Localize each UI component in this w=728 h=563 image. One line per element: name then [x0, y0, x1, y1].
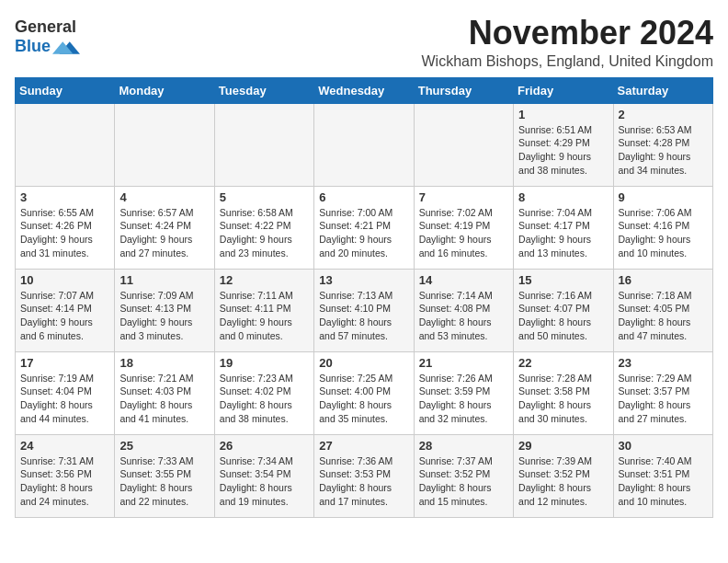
header-day-sunday: Sunday: [16, 77, 115, 103]
calendar-cell: 6Sunrise: 7:00 AM Sunset: 4:21 PM Daylig…: [314, 186, 414, 269]
day-info: Sunrise: 7:02 AM Sunset: 4:19 PM Dayligh…: [419, 206, 508, 260]
day-number: 3: [20, 190, 109, 204]
calendar-cell: 19Sunrise: 7:23 AM Sunset: 4:02 PM Dayli…: [214, 351, 313, 434]
day-number: 24: [20, 439, 109, 453]
day-info: Sunrise: 6:57 AM Sunset: 4:24 PM Dayligh…: [119, 206, 209, 260]
calendar-cell: 8Sunrise: 7:04 AM Sunset: 4:17 PM Daylig…: [514, 186, 613, 269]
calendar-cell: 7Sunrise: 7:02 AM Sunset: 4:19 PM Daylig…: [414, 186, 513, 269]
calendar-cell: 24Sunrise: 7:31 AM Sunset: 3:56 PM Dayli…: [16, 434, 115, 517]
calendar-cell: 1Sunrise: 6:51 AM Sunset: 4:29 PM Daylig…: [514, 103, 613, 186]
day-info: Sunrise: 7:34 AM Sunset: 3:54 PM Dayligh…: [220, 454, 309, 509]
week-row-3: 17Sunrise: 7:19 AM Sunset: 4:04 PM Dayli…: [16, 351, 713, 434]
week-row-2: 10Sunrise: 7:07 AM Sunset: 4:14 PM Dayli…: [16, 269, 713, 351]
day-number: 7: [419, 190, 508, 204]
day-number: 17: [20, 356, 109, 370]
day-info: Sunrise: 7:13 AM Sunset: 4:10 PM Dayligh…: [319, 289, 408, 343]
day-info: Sunrise: 7:40 AM Sunset: 3:51 PM Dayligh…: [619, 454, 708, 509]
week-row-1: 3Sunrise: 6:55 AM Sunset: 4:26 PM Daylig…: [16, 186, 713, 269]
day-number: 25: [119, 439, 209, 453]
day-info: Sunrise: 7:14 AM Sunset: 4:08 PM Dayligh…: [419, 289, 508, 343]
header-day-thursday: Thursday: [414, 77, 513, 103]
day-number: 14: [419, 273, 508, 287]
day-info: Sunrise: 7:00 AM Sunset: 4:21 PM Dayligh…: [319, 206, 408, 260]
day-info: Sunrise: 7:33 AM Sunset: 3:55 PM Dayligh…: [119, 454, 209, 509]
day-number: 2: [619, 108, 708, 121]
calendar-body: 1Sunrise: 6:51 AM Sunset: 4:29 PM Daylig…: [16, 103, 713, 517]
calendar-cell: 27Sunrise: 7:36 AM Sunset: 3:53 PM Dayli…: [314, 434, 414, 517]
day-number: 28: [419, 439, 508, 453]
day-number: 27: [319, 439, 408, 453]
calendar-header: SundayMondayTuesdayWednesdayThursdayFrid…: [16, 77, 713, 103]
calendar-cell: 10Sunrise: 7:07 AM Sunset: 4:14 PM Dayli…: [16, 269, 115, 351]
day-number: 30: [619, 439, 708, 453]
day-number: 12: [220, 273, 309, 287]
calendar-cell: 17Sunrise: 7:19 AM Sunset: 4:04 PM Dayli…: [16, 351, 115, 434]
header-day-friday: Friday: [514, 77, 613, 103]
day-info: Sunrise: 7:18 AM Sunset: 4:05 PM Dayligh…: [619, 289, 708, 343]
calendar-cell: 15Sunrise: 7:16 AM Sunset: 4:07 PM Dayli…: [514, 269, 613, 351]
day-info: Sunrise: 6:55 AM Sunset: 4:26 PM Dayligh…: [20, 206, 109, 260]
day-info: Sunrise: 7:39 AM Sunset: 3:52 PM Dayligh…: [518, 454, 608, 509]
calendar-cell: 30Sunrise: 7:40 AM Sunset: 3:51 PM Dayli…: [613, 434, 712, 517]
logo-icon: [52, 39, 80, 57]
day-number: 15: [518, 273, 608, 287]
calendar-cell: 21Sunrise: 7:26 AM Sunset: 3:59 PM Dayli…: [414, 351, 513, 434]
header: General Blue November 2024 Wickham Bisho…: [15, 15, 713, 70]
day-number: 10: [20, 273, 109, 287]
header-day-wednesday: Wednesday: [314, 77, 414, 103]
calendar-table: SundayMondayTuesdayWednesdayThursdayFrid…: [15, 77, 713, 518]
day-info: Sunrise: 7:21 AM Sunset: 4:03 PM Dayligh…: [119, 372, 209, 426]
day-info: Sunrise: 7:04 AM Sunset: 4:17 PM Dayligh…: [518, 206, 608, 260]
day-info: Sunrise: 7:26 AM Sunset: 3:59 PM Dayligh…: [419, 372, 508, 426]
header-row: SundayMondayTuesdayWednesdayThursdayFrid…: [16, 77, 713, 103]
day-number: 8: [518, 190, 608, 204]
day-number: 20: [319, 356, 408, 370]
month-title: November 2024: [422, 15, 714, 52]
calendar-cell: 5Sunrise: 6:58 AM Sunset: 4:22 PM Daylig…: [214, 186, 313, 269]
day-info: Sunrise: 7:31 AM Sunset: 3:56 PM Dayligh…: [20, 454, 109, 509]
calendar-cell: [115, 103, 214, 186]
calendar-cell: 25Sunrise: 7:33 AM Sunset: 3:55 PM Dayli…: [115, 434, 214, 517]
logo: General Blue: [15, 18, 80, 57]
calendar-cell: 29Sunrise: 7:39 AM Sunset: 3:52 PM Dayli…: [514, 434, 613, 517]
calendar-cell: 3Sunrise: 6:55 AM Sunset: 4:26 PM Daylig…: [16, 186, 115, 269]
title-block: November 2024 Wickham Bishops, England, …: [422, 15, 714, 70]
week-row-0: 1Sunrise: 6:51 AM Sunset: 4:29 PM Daylig…: [16, 103, 713, 186]
logo-blue: Blue: [15, 38, 51, 56]
calendar-cell: 23Sunrise: 7:29 AM Sunset: 3:57 PM Dayli…: [613, 351, 712, 434]
day-number: 26: [220, 439, 309, 453]
day-number: 18: [119, 356, 209, 370]
week-row-4: 24Sunrise: 7:31 AM Sunset: 3:56 PM Dayli…: [16, 434, 713, 517]
day-info: Sunrise: 7:06 AM Sunset: 4:16 PM Dayligh…: [619, 206, 708, 260]
day-info: Sunrise: 7:37 AM Sunset: 3:52 PM Dayligh…: [419, 454, 508, 509]
day-number: 29: [518, 439, 608, 453]
day-number: 6: [319, 190, 408, 204]
calendar-cell: 4Sunrise: 6:57 AM Sunset: 4:24 PM Daylig…: [115, 186, 214, 269]
day-info: Sunrise: 7:19 AM Sunset: 4:04 PM Dayligh…: [20, 372, 109, 426]
day-info: Sunrise: 7:07 AM Sunset: 4:14 PM Dayligh…: [20, 289, 109, 343]
calendar-cell: 11Sunrise: 7:09 AM Sunset: 4:13 PM Dayli…: [115, 269, 214, 351]
calendar-cell: 18Sunrise: 7:21 AM Sunset: 4:03 PM Dayli…: [115, 351, 214, 434]
day-number: 22: [518, 356, 608, 370]
calendar-cell: 28Sunrise: 7:37 AM Sunset: 3:52 PM Dayli…: [414, 434, 513, 517]
header-day-tuesday: Tuesday: [214, 77, 313, 103]
location-title: Wickham Bishops, England, United Kingdom: [422, 53, 714, 70]
day-info: Sunrise: 7:09 AM Sunset: 4:13 PM Dayligh…: [119, 289, 209, 343]
header-day-monday: Monday: [115, 77, 214, 103]
calendar-cell: 20Sunrise: 7:25 AM Sunset: 4:00 PM Dayli…: [314, 351, 414, 434]
day-number: 4: [119, 190, 209, 204]
calendar-cell: 14Sunrise: 7:14 AM Sunset: 4:08 PM Dayli…: [414, 269, 513, 351]
day-number: 1: [518, 108, 608, 121]
day-info: Sunrise: 7:25 AM Sunset: 4:00 PM Dayligh…: [319, 372, 408, 426]
day-info: Sunrise: 7:36 AM Sunset: 3:53 PM Dayligh…: [319, 454, 408, 509]
calendar-cell: 22Sunrise: 7:28 AM Sunset: 3:58 PM Dayli…: [514, 351, 613, 434]
day-number: 19: [220, 356, 309, 370]
day-info: Sunrise: 6:51 AM Sunset: 4:29 PM Dayligh…: [518, 123, 608, 178]
day-number: 13: [319, 273, 408, 287]
day-info: Sunrise: 7:23 AM Sunset: 4:02 PM Dayligh…: [220, 372, 309, 426]
day-info: Sunrise: 7:28 AM Sunset: 3:58 PM Dayligh…: [518, 372, 608, 426]
calendar-cell: [214, 103, 313, 186]
calendar-cell: 12Sunrise: 7:11 AM Sunset: 4:11 PM Dayli…: [214, 269, 313, 351]
calendar-cell: 2Sunrise: 6:53 AM Sunset: 4:28 PM Daylig…: [613, 103, 712, 186]
calendar-cell: [16, 103, 115, 186]
